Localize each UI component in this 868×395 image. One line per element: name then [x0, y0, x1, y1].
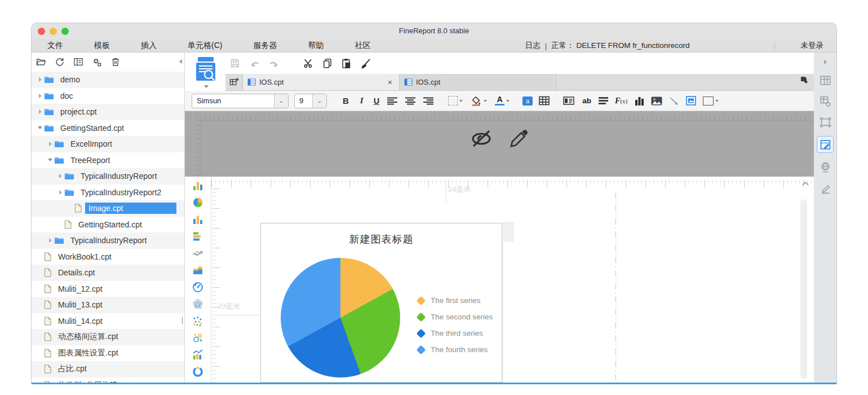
underline-button[interactable]: U	[374, 96, 379, 106]
font-color-button[interactable]: A	[495, 96, 510, 106]
menu-item[interactable]: 插入	[133, 41, 165, 51]
save-button[interactable]	[229, 57, 241, 69]
cut-scissors-icon[interactable]	[302, 57, 315, 69]
tree-item-Details.cpt[interactable]: Details.cpt	[32, 265, 184, 281]
tab-ios-active[interactable]: IOS.cpt ×	[243, 74, 400, 90]
tree-item-GettingStarted.cpt[interactable]: GettingStarted.cpt	[32, 120, 184, 137]
settings-gear-icon[interactable]	[91, 56, 103, 68]
legend-item[interactable]: The fourth series	[418, 341, 493, 358]
legend-item[interactable]: The first series	[418, 292, 493, 309]
copy-icon[interactable]	[321, 57, 334, 69]
tree-item-TypicalIndustryReport[interactable]: TypicalIndustryReport	[32, 168, 184, 185]
delete-trash-icon[interactable]	[109, 56, 122, 68]
tree-item-Muliti_13.cpt[interactable]: Muliti_13.cpt	[32, 297, 184, 313]
edit-pencil-icon[interactable]	[818, 181, 832, 195]
line-shape-icon[interactable]	[669, 96, 679, 106]
expand-arrow-icon[interactable]	[56, 190, 64, 195]
paste-icon[interactable]	[340, 57, 352, 69]
report-page[interactable]: 新建图表标题 The first series The se	[260, 223, 502, 383]
tree-item-图表属性设置.cpt[interactable]: 图表属性设置.cpt	[32, 345, 184, 362]
menu-item[interactable]: 帮助	[300, 41, 331, 51]
vertical-scrollbar[interactable]	[800, 199, 807, 379]
legend-item[interactable]: The third series	[418, 325, 493, 341]
rectangle-shape-button[interactable]	[703, 96, 719, 106]
font-family-select[interactable]: Simsun ⌄	[192, 94, 289, 108]
refresh-icon[interactable]	[54, 56, 66, 68]
tree-item-demo[interactable]: demo	[32, 72, 184, 88]
float-image-icon[interactable]	[686, 96, 696, 106]
float-element-icon[interactable]	[818, 115, 832, 129]
pie-chart-icon[interactable]	[192, 196, 204, 209]
bubble-chart-icon[interactable]	[192, 332, 204, 344]
tab-ios-inactive[interactable]: IOS.cpt	[400, 74, 556, 90]
tab-list-dropdown-icon[interactable]	[800, 76, 808, 84]
collapse-sidebar-icon[interactable]	[179, 59, 182, 64]
tree-item-TreeReport[interactable]: TreeReport	[32, 152, 184, 169]
donut-chart-icon[interactable]	[192, 366, 204, 378]
pie-chart[interactable]	[281, 258, 400, 378]
collapse-panel-icon[interactable]	[818, 58, 832, 66]
borders-button[interactable]	[448, 96, 463, 106]
undo-button[interactable]	[249, 57, 261, 69]
formula-button[interactable]: F(x)	[615, 96, 627, 106]
menu-item[interactable]: 社区	[347, 41, 378, 51]
log-link[interactable]: 日志	[525, 41, 541, 51]
redo-button[interactable]	[267, 57, 280, 69]
tree-item-WorkBook1.cpt[interactable]: WorkBook1.cpt	[32, 249, 184, 265]
cell-attributes-icon[interactable]	[818, 94, 832, 108]
column-chart-icon[interactable]	[192, 179, 204, 192]
radar-chart-icon[interactable]	[192, 298, 204, 310]
menu-item[interactable]: 模板	[86, 41, 118, 51]
align-center-icon[interactable]	[405, 97, 415, 105]
scatter-chart-icon[interactable]	[192, 315, 204, 327]
hide-parameter-pane-icon[interactable]	[470, 127, 494, 153]
tree-item-doc[interactable]: doc	[32, 88, 184, 104]
tree-item-构件树_分层构建.cpt[interactable]: 构件树_分层构建.cpt	[32, 378, 184, 383]
close-tab-icon[interactable]: ×	[386, 78, 395, 87]
font-size-select[interactable]: 9 ⌄	[294, 94, 327, 108]
expand-arrow-icon[interactable]	[36, 109, 44, 114]
tree-item-ExcelImport[interactable]: ExcelImport	[32, 136, 184, 152]
open-template-icon[interactable]	[35, 56, 47, 68]
align-left-icon[interactable]	[387, 97, 397, 105]
collapse-arrow-icon[interactable]	[46, 159, 54, 161]
widget-editor-icon-active[interactable]	[817, 136, 834, 153]
area-chart-icon[interactable]	[192, 264, 204, 276]
tree-item-project.cpt[interactable]: project.cpt	[32, 104, 184, 120]
tree-item-Image.cpt[interactable]: Image.cpt	[32, 200, 184, 217]
widget-icon[interactable]	[563, 96, 574, 105]
tree-item-Muliti_12.cpt[interactable]: Muliti_12.cpt	[32, 281, 184, 297]
tree-item-动态格间运算.cpt[interactable]: 动态格间运算.cpt	[32, 329, 184, 345]
gauge-chart-icon[interactable]	[192, 281, 204, 293]
background-color-button[interactable]	[471, 95, 487, 107]
collapse-arrow-icon[interactable]	[36, 126, 44, 129]
italic-button[interactable]: I	[360, 96, 364, 106]
expand-arrow-icon[interactable]	[46, 142, 54, 146]
template-search-big-icon[interactable]	[192, 56, 221, 92]
template-version-icon[interactable]	[72, 56, 85, 68]
legend-item[interactable]: The second series	[418, 309, 493, 325]
tree-item-TypicalIndustryReport2[interactable]: TypicalIndustryReport2	[32, 185, 184, 201]
column-chart2-icon[interactable]	[192, 213, 204, 226]
menu-item[interactable]: 单元格(C)	[180, 41, 230, 51]
web-attributes-globe-icon[interactable]	[818, 160, 832, 174]
bold-button[interactable]: B	[343, 96, 349, 106]
unmerge-cells-icon[interactable]	[539, 96, 550, 106]
chart-icon[interactable]	[635, 96, 644, 106]
expand-arrow-icon[interactable]	[36, 77, 44, 82]
new-template-tab-icon[interactable]	[225, 74, 243, 90]
expand-arrow-icon[interactable]	[36, 94, 44, 98]
combo-chart-icon[interactable]	[192, 349, 204, 361]
menu-item[interactable]: 文件	[39, 41, 71, 51]
line-chart-icon[interactable]	[192, 247, 204, 260]
format-painter-icon[interactable]	[359, 57, 371, 69]
text-widget-button[interactable]: ab	[582, 96, 591, 105]
menu-item[interactable]: 服务器	[245, 41, 285, 51]
align-right-icon[interactable]	[423, 97, 433, 105]
tree-item-GettingStarted.cpt[interactable]: GettingStarted.cpt	[32, 217, 184, 233]
tree-item-Muliti_14.cpt[interactable]: Muliti_14.cpt	[32, 313, 184, 330]
cell-element-icon[interactable]	[818, 73, 832, 87]
image-icon[interactable]	[651, 96, 662, 106]
scroll-up-icon[interactable]	[801, 179, 809, 185]
edit-parameter-pane-icon[interactable]	[509, 127, 529, 153]
